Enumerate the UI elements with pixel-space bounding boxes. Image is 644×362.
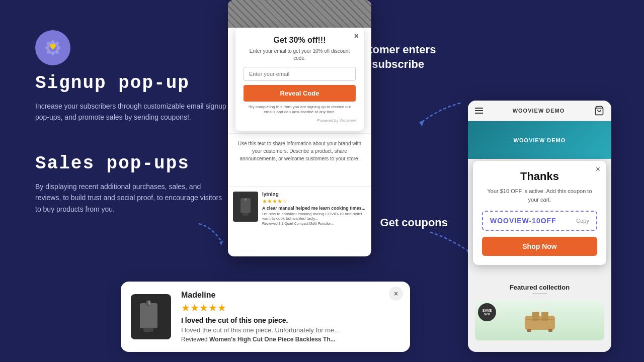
svg-rect-20: [548, 329, 552, 332]
svg-rect-22: [140, 303, 157, 328]
signup-popup-close[interactable]: ×: [354, 32, 359, 41]
copy-button[interactable]: Copy: [576, 218, 589, 224]
store-name: WOOVIEW DEMO: [513, 108, 565, 114]
svg-rect-19: [527, 329, 531, 332]
review-card-close[interactable]: ×: [389, 287, 403, 301]
bottom-review-card: × Madeline ★★★★★ I loved the cut of this…: [121, 282, 410, 352]
svg-rect-16: [525, 316, 555, 330]
cart-icon[interactable]: [594, 106, 604, 116]
store-banner: WOOVIEW DEMO: [468, 121, 611, 159]
reviewer-name-large: Madeline: [181, 291, 400, 300]
review-content: lytning ★★★★☆ A clear manual helped me l…: [262, 192, 366, 225]
center-phone: × Get 30% off!!! Enter your email to get…: [228, 0, 371, 256]
svg-rect-14: [243, 213, 249, 216]
popup-disclaimer: *By completing this form you are signing…: [244, 105, 356, 115]
review-product-image: [233, 192, 258, 222]
coupon-code-box: WOOVIEW-10OFF Copy: [482, 211, 597, 231]
review-product: Reviewed 3.2 Quart Compact Multi-Functio…: [262, 222, 366, 225]
sales-title: Sales pop-ups: [35, 153, 226, 174]
coupon-title: Thanks: [482, 170, 597, 183]
signup-popup-subtitle: Enter your email to get your 10% off dis…: [244, 48, 356, 62]
review-product-image-large: [131, 294, 171, 339]
coupon-code: WOOVIEW-10OFF: [490, 217, 556, 225]
phone-header-image: [228, 0, 371, 28]
right-phone: WOOVIEW DEMO WOOVIEW DEMO × Thanks Your …: [468, 101, 611, 352]
review-stars-large: ★★★★★: [181, 302, 400, 314]
featured-title: Featured collection: [475, 284, 604, 291]
featured-product: SAVE $20: [475, 300, 604, 340]
arrow-coupons: [428, 227, 473, 257]
coupon-close-button[interactable]: ×: [596, 165, 600, 174]
left-section: Signup pop-up Increase your subscribers …: [35, 30, 226, 215]
svg-marker-10: [219, 240, 223, 245]
review-text: I'm new to constant cooking during COVID…: [262, 212, 366, 221]
svg-marker-11: [419, 120, 424, 126]
logo-icon: [35, 30, 70, 65]
banner-text: WOOVIEW DEMO: [514, 137, 566, 143]
review-stars: ★★★★☆: [262, 198, 366, 205]
phone-review-section: lytning ★★★★☆ A clear manual helped me l…: [228, 186, 371, 230]
signup-title: Signup pop-up: [35, 73, 226, 94]
email-input[interactable]: [244, 67, 356, 81]
reveal-code-button[interactable]: Reveal Code: [244, 85, 356, 102]
save-badge: SAVE $20: [478, 303, 496, 321]
signup-desc: Increase your subscribers through custom…: [35, 101, 226, 123]
review-title-large: I loved the cut of this one piece.: [181, 316, 400, 324]
signup-popup: × Get 30% off!!! Enter your email to get…: [235, 28, 364, 131]
signup-popup-title: Get 30% off!!!: [244, 36, 356, 45]
review-title: A clear manual helped me learn cooking t…: [262, 206, 366, 211]
svg-rect-25: [148, 301, 150, 305]
coupon-subtitle: Your $10 OFF is active. Add this coupon …: [482, 187, 597, 204]
featured-section: Featured collection SAVE $20: [468, 277, 611, 347]
hamburger-icon[interactable]: [475, 108, 483, 114]
review-product-large: Reviewed Women's High Cut One Piece Back…: [181, 336, 400, 343]
powered-by: Powered by Wooview: [244, 118, 356, 123]
right-phone-header: WOOVIEW DEMO: [468, 101, 611, 121]
arrow-sales-to-review: [196, 221, 226, 246]
featured-divider: [532, 293, 547, 294]
product-image: [475, 300, 604, 340]
arrow-subscribe: [415, 98, 465, 128]
sales-desc: By displaying recent additional purchase…: [35, 181, 226, 215]
svg-point-15: [245, 199, 247, 201]
coupon-popup: × Thanks Your $10 OFF is active. Add thi…: [473, 161, 606, 265]
review-card-content: Madeline ★★★★★ I loved the cut of this o…: [181, 291, 400, 343]
shop-now-button[interactable]: Shop Now: [482, 237, 597, 256]
phone-body-text: Use this text to share information about…: [228, 133, 371, 168]
svg-rect-21: [526, 319, 553, 320]
svg-rect-24: [143, 328, 153, 332]
review-text-large: I loved the cut of this one piece. Unfor…: [181, 326, 400, 334]
reviewer-name: lytning: [262, 192, 366, 197]
